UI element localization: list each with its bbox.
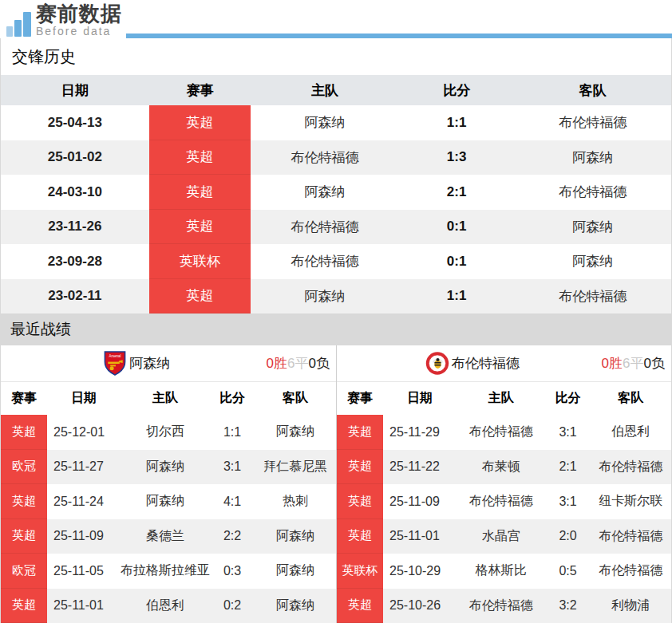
- column-header-score: 比分: [546, 390, 591, 407]
- team-header: 布伦特福德 0胜6平0负: [337, 345, 671, 381]
- competition-badge: 英联杯: [337, 554, 383, 589]
- arsenal-crest-icon: Arsenal: [103, 351, 127, 376]
- panel-brentford: 布伦特福德 0胜6平0负 赛事 日期 主队 比分 客队 英超 25-11-29 …: [336, 345, 671, 623]
- competition-badge: 英超: [149, 175, 251, 210]
- competition-badge: 英超: [149, 105, 251, 140]
- date-cell: 25-11-09: [47, 519, 121, 554]
- home-team-cell: 布伦特福德: [251, 244, 399, 279]
- competition-badge: 英超: [337, 415, 383, 450]
- column-header-away: 客队: [514, 81, 671, 100]
- score-cell: 0:1: [399, 244, 514, 279]
- column-header-date: 日期: [47, 390, 121, 407]
- h2h-row: 23-09-28 英联杯 布伦特福德 0:1 阿森纳: [1, 244, 671, 279]
- home-team-cell: 布伦特福德: [251, 140, 399, 175]
- column-header-score: 比分: [399, 81, 514, 100]
- column-header-date: 日期: [383, 390, 457, 407]
- date-cell: 25-11-05: [47, 554, 121, 589]
- match-row: 英超 25-11-24 阿森纳 4:1 热刺: [1, 484, 336, 519]
- score-cell: 1:1: [399, 105, 514, 140]
- home-team-cell: 布伦特福德: [457, 415, 546, 450]
- record-wins: 0胜: [602, 356, 623, 371]
- date-cell: 25-04-13: [1, 105, 149, 140]
- match-row: 欧冠 25-11-27 阿森纳 3:1 拜仁慕尼黑: [1, 450, 336, 485]
- date-cell: 25-11-27: [47, 450, 121, 485]
- home-team-cell: 切尔西: [121, 415, 210, 450]
- h2h-row: 25-01-02 英超 布伦特福德 1:3 阿森纳: [1, 140, 671, 175]
- h2h-section-title: 交锋历史: [1, 38, 671, 75]
- score-cell: 0:1: [399, 210, 514, 245]
- competition-badge: 英超: [1, 519, 47, 554]
- match-row: 英超 25-11-01 水晶宫 2:0 布伦特福德: [337, 519, 671, 554]
- h2h-row: 24-03-10 英超 阿森纳 2:1 布伦特福德: [1, 175, 671, 210]
- brand-subtitle: Before data: [36, 26, 122, 37]
- team-name: 阿森纳: [129, 354, 170, 373]
- score-cell: 1:1: [399, 279, 514, 314]
- score-cell: 2:2: [210, 519, 255, 554]
- record-losses: 0负: [644, 356, 665, 371]
- away-team-cell: 阿森纳: [514, 244, 671, 279]
- bar-chart-logo-icon: [6, 10, 31, 37]
- column-header-home: 主队: [121, 390, 210, 407]
- record-wins: 0胜: [267, 356, 287, 371]
- column-header-date: 日期: [1, 81, 149, 100]
- record-draws: 6平: [287, 356, 308, 371]
- h2h-row: 23-11-26 英超 布伦特福德 0:1 阿森纳: [1, 210, 671, 245]
- score-cell: 4:1: [210, 484, 255, 519]
- column-header-home: 主队: [251, 81, 399, 100]
- home-team-cell: 布莱顿: [457, 450, 546, 485]
- away-team-cell: 布伦特福德: [591, 450, 671, 485]
- match-row: 英超 25-10-26 布伦特福德 3:2 利物浦: [337, 589, 671, 623]
- panel-table-body: 英超 25-12-01 切尔西 1:1 阿森纳 欧冠 25-11-27 阿森纳 …: [1, 415, 336, 623]
- away-team-cell: 布伦特福德: [591, 554, 671, 589]
- date-cell: 25-11-22: [383, 450, 457, 485]
- away-team-cell: 伯恩利: [591, 415, 671, 450]
- panel-table-body: 英超 25-11-29 布伦特福德 3:1 伯恩利 英超 25-11-22 布莱…: [337, 415, 671, 623]
- match-row: 英超 25-11-01 伯恩利 0:2 阿森纳: [1, 589, 336, 623]
- h2h-row: 25-04-13 英超 阿森纳 1:1 布伦特福德: [1, 105, 671, 140]
- date-cell: 25-10-29: [383, 554, 457, 589]
- column-header-away: 客队: [255, 390, 336, 407]
- date-cell: 25-01-02: [1, 140, 149, 175]
- away-team-cell: 阿森纳: [514, 210, 671, 245]
- recent-section-title: 最近战绩: [1, 313, 671, 345]
- score-cell: 0:3: [210, 554, 255, 589]
- date-cell: 25-11-09: [383, 484, 457, 519]
- content: 交锋历史 日期 赛事 主队 比分 客队 25-04-13 英超 阿森纳 1:1 …: [0, 38, 672, 623]
- score-cell: 3:2: [546, 589, 591, 623]
- record-losses: 0负: [309, 356, 330, 371]
- column-header-comp: 赛事: [1, 390, 47, 407]
- home-team-cell: 阿森纳: [121, 484, 210, 519]
- competition-badge: 欧冠: [1, 450, 47, 485]
- competition-badge: 英超: [337, 450, 383, 485]
- competition-badge: 欧冠: [1, 554, 47, 589]
- match-row: 英超 25-12-01 切尔西 1:1 阿森纳: [1, 415, 336, 450]
- team-name: 布伦特福德: [452, 354, 520, 373]
- page: 赛前数据 Before data 交锋历史 日期 赛事 主队 比分 客队 25-…: [0, 0, 672, 623]
- brand-header: 赛前数据 Before data: [0, 0, 672, 38]
- competition-badge: 英超: [337, 484, 383, 519]
- competition-badge: 英超: [149, 140, 251, 175]
- match-row: 英超 25-11-09 布伦特福德 3:1 纽卡斯尔联: [337, 484, 671, 519]
- home-team-cell: 布拉格斯拉维亚: [121, 554, 210, 589]
- home-team-cell: 伯恩利: [121, 589, 210, 623]
- away-team-cell: 布伦特福德: [514, 175, 671, 210]
- date-cell: 25-11-01: [383, 519, 457, 554]
- date-cell: 23-11-26: [1, 210, 149, 245]
- brand-title: 赛前数据: [36, 3, 122, 24]
- column-header-comp: 赛事: [149, 81, 251, 100]
- svg-text:Arsenal: Arsenal: [109, 354, 121, 358]
- date-cell: 25-11-01: [47, 589, 121, 623]
- away-team-cell: 热刺: [255, 484, 336, 519]
- score-cell: 3:1: [546, 484, 591, 519]
- home-team-cell: 格林斯比: [457, 554, 546, 589]
- competition-badge: 英超: [149, 279, 251, 314]
- away-team-cell: 拜仁慕尼黑: [255, 450, 336, 485]
- score-cell: 2:1: [399, 175, 514, 210]
- column-header-comp: 赛事: [337, 390, 383, 407]
- score-cell: 1:3: [399, 140, 514, 175]
- panel-table-header: 赛事 日期 主队 比分 客队: [1, 381, 336, 415]
- home-team-cell: 阿森纳: [121, 450, 210, 485]
- column-header-away: 客队: [591, 390, 671, 407]
- brentford-crest-icon: [425, 351, 449, 376]
- away-team-cell: 阿森纳: [255, 589, 336, 623]
